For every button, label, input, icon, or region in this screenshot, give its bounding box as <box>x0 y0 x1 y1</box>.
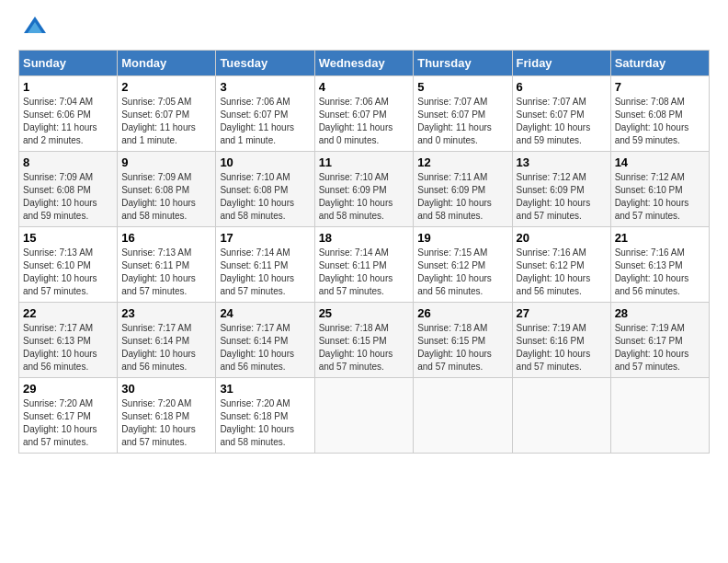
day-number: 4 <box>319 80 410 94</box>
day-info: Sunrise: 7:17 AM Sunset: 6:14 PM Dayligh… <box>121 322 211 373</box>
calendar-cell: 18 Sunrise: 7:14 AM Sunset: 6:11 PM Dayl… <box>314 227 414 303</box>
day-info: Sunrise: 7:20 AM Sunset: 6:17 PM Dayligh… <box>23 397 113 449</box>
calendar-cell: 30 Sunrise: 7:20 AM Sunset: 6:18 PM Dayl… <box>118 378 216 454</box>
calendar-cell: 19 Sunrise: 7:15 AM Sunset: 6:12 PM Dayl… <box>414 227 512 303</box>
day-number: 26 <box>417 306 507 320</box>
day-info: Sunrise: 7:06 AM Sunset: 6:07 PM Dayligh… <box>319 96 410 147</box>
calendar-week-row: 1 Sunrise: 7:04 AM Sunset: 6:06 PM Dayli… <box>19 76 710 152</box>
day-info: Sunrise: 7:12 AM Sunset: 6:09 PM Dayligh… <box>517 171 607 223</box>
day-number: 22 <box>23 306 113 320</box>
day-number: 11 <box>319 155 410 169</box>
day-info: Sunrise: 7:14 AM Sunset: 6:11 PM Dayligh… <box>220 247 310 298</box>
calendar-cell: 13 Sunrise: 7:12 AM Sunset: 6:09 PM Dayl… <box>512 152 610 227</box>
calendar-header-row: SundayMondayTuesdayWednesdayThursdayFrid… <box>19 51 710 76</box>
weekday-header: Monday <box>118 51 216 76</box>
day-number: 29 <box>23 382 113 396</box>
calendar-cell: 4 Sunrise: 7:06 AM Sunset: 6:07 PM Dayli… <box>314 76 414 152</box>
day-info: Sunrise: 7:09 AM Sunset: 6:08 PM Dayligh… <box>23 171 113 223</box>
calendar-cell: 22 Sunrise: 7:17 AM Sunset: 6:13 PM Dayl… <box>19 303 118 378</box>
calendar-cell <box>414 378 512 454</box>
day-info: Sunrise: 7:18 AM Sunset: 6:15 PM Dayligh… <box>319 322 410 373</box>
calendar-cell: 28 Sunrise: 7:19 AM Sunset: 6:17 PM Dayl… <box>610 303 709 378</box>
day-number: 24 <box>220 306 310 320</box>
day-number: 5 <box>417 80 507 94</box>
day-number: 8 <box>23 155 113 169</box>
day-number: 19 <box>417 231 507 245</box>
day-number: 6 <box>517 80 607 94</box>
calendar-cell: 2 Sunrise: 7:05 AM Sunset: 6:07 PM Dayli… <box>118 76 216 152</box>
calendar-cell: 10 Sunrise: 7:10 AM Sunset: 6:08 PM Dayl… <box>216 152 314 227</box>
day-info: Sunrise: 7:04 AM Sunset: 6:06 PM Dayligh… <box>23 96 113 147</box>
calendar-cell: 3 Sunrise: 7:06 AM Sunset: 6:07 PM Dayli… <box>216 76 314 152</box>
calendar-table: SundayMondayTuesdayWednesdayThursdayFrid… <box>18 50 710 454</box>
day-number: 23 <box>121 306 211 320</box>
day-number: 12 <box>417 155 507 169</box>
day-number: 20 <box>517 231 607 245</box>
calendar-week-row: 8 Sunrise: 7:09 AM Sunset: 6:08 PM Dayli… <box>19 152 710 227</box>
day-number: 2 <box>121 80 211 94</box>
page-header <box>18 18 710 40</box>
calendar-cell: 24 Sunrise: 7:17 AM Sunset: 6:14 PM Dayl… <box>216 303 314 378</box>
calendar-week-row: 15 Sunrise: 7:13 AM Sunset: 6:10 PM Dayl… <box>19 227 710 303</box>
calendar-cell <box>610 378 709 454</box>
day-number: 25 <box>319 306 410 320</box>
calendar-cell: 20 Sunrise: 7:16 AM Sunset: 6:12 PM Dayl… <box>512 227 610 303</box>
day-info: Sunrise: 7:14 AM Sunset: 6:11 PM Dayligh… <box>319 247 410 298</box>
day-info: Sunrise: 7:05 AM Sunset: 6:07 PM Dayligh… <box>121 96 211 147</box>
day-number: 31 <box>220 382 310 396</box>
day-number: 21 <box>615 231 705 245</box>
calendar-cell: 5 Sunrise: 7:07 AM Sunset: 6:07 PM Dayli… <box>414 76 512 152</box>
calendar-cell: 8 Sunrise: 7:09 AM Sunset: 6:08 PM Dayli… <box>19 152 118 227</box>
day-info: Sunrise: 7:20 AM Sunset: 6:18 PM Dayligh… <box>220 397 310 449</box>
logo-icon <box>22 15 48 40</box>
calendar-cell: 27 Sunrise: 7:19 AM Sunset: 6:16 PM Dayl… <box>512 303 610 378</box>
calendar-week-row: 29 Sunrise: 7:20 AM Sunset: 6:17 PM Dayl… <box>19 378 710 454</box>
day-info: Sunrise: 7:07 AM Sunset: 6:07 PM Dayligh… <box>417 96 507 147</box>
day-number: 1 <box>23 80 113 94</box>
day-info: Sunrise: 7:07 AM Sunset: 6:07 PM Dayligh… <box>517 96 607 147</box>
day-info: Sunrise: 7:10 AM Sunset: 6:08 PM Dayligh… <box>220 171 310 223</box>
logo <box>18 18 48 40</box>
calendar-week-row: 22 Sunrise: 7:17 AM Sunset: 6:13 PM Dayl… <box>19 303 710 378</box>
day-info: Sunrise: 7:13 AM Sunset: 6:11 PM Dayligh… <box>121 247 211 298</box>
weekday-header: Tuesday <box>216 51 314 76</box>
weekday-header: Wednesday <box>314 51 414 76</box>
calendar-cell: 26 Sunrise: 7:18 AM Sunset: 6:15 PM Dayl… <box>414 303 512 378</box>
day-number: 30 <box>121 382 211 396</box>
day-info: Sunrise: 7:18 AM Sunset: 6:15 PM Dayligh… <box>417 322 507 373</box>
day-number: 9 <box>121 155 211 169</box>
day-number: 13 <box>517 155 607 169</box>
calendar-cell: 12 Sunrise: 7:11 AM Sunset: 6:09 PM Dayl… <box>414 152 512 227</box>
day-info: Sunrise: 7:16 AM Sunset: 6:13 PM Dayligh… <box>615 247 705 298</box>
calendar-cell <box>314 378 414 454</box>
day-info: Sunrise: 7:17 AM Sunset: 6:13 PM Dayligh… <box>23 322 113 373</box>
calendar-cell: 11 Sunrise: 7:10 AM Sunset: 6:09 PM Dayl… <box>314 152 414 227</box>
day-info: Sunrise: 7:15 AM Sunset: 6:12 PM Dayligh… <box>417 247 507 298</box>
day-number: 27 <box>517 306 607 320</box>
day-info: Sunrise: 7:11 AM Sunset: 6:09 PM Dayligh… <box>417 171 507 223</box>
calendar-cell: 31 Sunrise: 7:20 AM Sunset: 6:18 PM Dayl… <box>216 378 314 454</box>
day-info: Sunrise: 7:08 AM Sunset: 6:08 PM Dayligh… <box>615 96 705 147</box>
day-info: Sunrise: 7:10 AM Sunset: 6:09 PM Dayligh… <box>319 171 410 223</box>
weekday-header: Sunday <box>19 51 118 76</box>
weekday-header: Saturday <box>610 51 709 76</box>
day-info: Sunrise: 7:17 AM Sunset: 6:14 PM Dayligh… <box>220 322 310 373</box>
calendar-cell: 15 Sunrise: 7:13 AM Sunset: 6:10 PM Dayl… <box>19 227 118 303</box>
day-info: Sunrise: 7:19 AM Sunset: 6:16 PM Dayligh… <box>517 322 607 373</box>
day-number: 17 <box>220 231 310 245</box>
day-number: 10 <box>220 155 310 169</box>
calendar-cell: 29 Sunrise: 7:20 AM Sunset: 6:17 PM Dayl… <box>19 378 118 454</box>
day-number: 14 <box>615 155 705 169</box>
calendar-cell: 23 Sunrise: 7:17 AM Sunset: 6:14 PM Dayl… <box>118 303 216 378</box>
weekday-header: Thursday <box>414 51 512 76</box>
calendar-cell: 25 Sunrise: 7:18 AM Sunset: 6:15 PM Dayl… <box>314 303 414 378</box>
day-number: 15 <box>23 231 113 245</box>
calendar-cell: 9 Sunrise: 7:09 AM Sunset: 6:08 PM Dayli… <box>118 152 216 227</box>
day-number: 16 <box>121 231 211 245</box>
calendar-cell: 21 Sunrise: 7:16 AM Sunset: 6:13 PM Dayl… <box>610 227 709 303</box>
calendar-cell: 6 Sunrise: 7:07 AM Sunset: 6:07 PM Dayli… <box>512 76 610 152</box>
day-info: Sunrise: 7:09 AM Sunset: 6:08 PM Dayligh… <box>121 171 211 223</box>
calendar-cell: 17 Sunrise: 7:14 AM Sunset: 6:11 PM Dayl… <box>216 227 314 303</box>
calendar-cell: 14 Sunrise: 7:12 AM Sunset: 6:10 PM Dayl… <box>610 152 709 227</box>
day-info: Sunrise: 7:16 AM Sunset: 6:12 PM Dayligh… <box>517 247 607 298</box>
